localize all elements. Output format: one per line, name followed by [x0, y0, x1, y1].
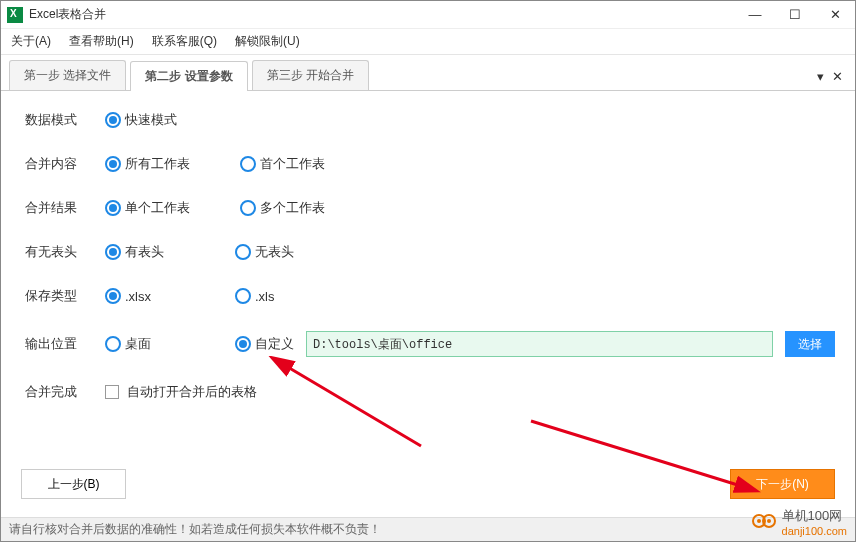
opt-xls[interactable]: .xls: [235, 288, 315, 304]
maximize-button[interactable]: ☐: [775, 1, 815, 29]
opt-all-sheets[interactable]: 所有工作表: [105, 155, 190, 173]
select-path-button[interactable]: 选择: [785, 331, 835, 357]
watermark-domain: danji100.com: [782, 525, 847, 537]
label-data-mode: 数据模式: [25, 111, 105, 129]
watermark-text: 单机100网: [782, 507, 847, 525]
tabbar-actions[interactable]: ▾ ✕: [817, 69, 845, 84]
tab-step3[interactable]: 第三步 开始合并: [252, 60, 369, 90]
next-button[interactable]: 下一步(N): [730, 469, 835, 499]
label-merge-result: 合并结果: [25, 199, 105, 217]
app-icon: [7, 7, 23, 23]
label-has-header: 有无表头: [25, 243, 105, 261]
opt-multi-sheet[interactable]: 多个工作表: [240, 199, 325, 217]
opt-xlsx[interactable]: .xlsx: [105, 288, 185, 304]
label-output-location: 输出位置: [25, 335, 105, 353]
opt-fast-mode[interactable]: 快速模式: [105, 111, 185, 129]
opt-has-header-yes[interactable]: 有表头: [105, 243, 185, 261]
radio-icon: [240, 156, 256, 172]
radio-icon: [235, 244, 251, 260]
row-output-location: 输出位置 桌面 自定义 选择: [25, 331, 835, 357]
radio-icon: [105, 288, 121, 304]
radio-icon: [235, 336, 251, 352]
tab-step1[interactable]: 第一步 选择文件: [9, 60, 126, 90]
opt-custom[interactable]: 自定义 选择: [235, 331, 835, 357]
row-after-merge: 合并完成 自动打开合并后的表格: [25, 383, 835, 401]
radio-icon: [235, 288, 251, 304]
tab-step2[interactable]: 第二步 设置参数: [130, 61, 247, 91]
radio-icon: [240, 200, 256, 216]
menu-contact[interactable]: 联系客服(Q): [152, 33, 217, 50]
menubar: 关于(A) 查看帮助(H) 联系客服(Q) 解锁限制(U): [1, 29, 855, 55]
status-text: 请自行核对合并后数据的准确性！如若造成任何损失本软件概不负责！: [9, 521, 381, 538]
close-button[interactable]: ✕: [815, 1, 855, 29]
label-save-type: 保存类型: [25, 287, 105, 305]
footer-buttons: 上一步(B) 下一步(N): [1, 469, 855, 499]
opt-single-sheet[interactable]: 单个工作表: [105, 199, 190, 217]
status-bar: 请自行核对合并后数据的准确性！如若造成任何损失本软件概不负责！: [1, 517, 855, 541]
radio-icon: [105, 112, 121, 128]
watermark-icon: [752, 512, 780, 532]
radio-icon: [105, 200, 121, 216]
minimize-button[interactable]: —: [735, 1, 775, 29]
titlebar: Excel表格合并 — ☐ ✕: [1, 1, 855, 29]
row-save-type: 保存类型 .xlsx .xls: [25, 287, 835, 305]
row-merge-result: 合并结果 单个工作表 多个工作表: [25, 199, 835, 217]
radio-icon: [105, 156, 121, 172]
label-merge-content: 合并内容: [25, 155, 105, 173]
label-after-merge: 合并完成: [25, 383, 105, 401]
opt-auto-open[interactable]: 自动打开合并后的表格: [105, 383, 257, 401]
output-path-input[interactable]: [306, 331, 773, 357]
window-title: Excel表格合并: [29, 6, 735, 23]
checkbox-icon: [105, 385, 119, 399]
opt-first-sheet[interactable]: 首个工作表: [240, 155, 325, 173]
tabbar: 第一步 选择文件 第二步 设置参数 第三步 开始合并 ▾ ✕: [1, 61, 855, 91]
menu-help[interactable]: 查看帮助(H): [69, 33, 134, 50]
radio-icon: [105, 244, 121, 260]
row-data-mode: 数据模式 快速模式: [25, 111, 835, 129]
settings-panel: 数据模式 快速模式 合并内容 所有工作表 首个工作表 合并结果 单个工作表 多个…: [1, 91, 855, 401]
opt-desktop[interactable]: 桌面: [105, 335, 185, 353]
menu-unlock[interactable]: 解锁限制(U): [235, 33, 300, 50]
opt-has-header-no[interactable]: 无表头: [235, 243, 315, 261]
radio-icon: [105, 336, 121, 352]
watermark: 单机100网 danji100.com: [752, 507, 847, 537]
menu-about[interactable]: 关于(A): [11, 33, 51, 50]
row-merge-content: 合并内容 所有工作表 首个工作表: [25, 155, 835, 173]
prev-button[interactable]: 上一步(B): [21, 469, 126, 499]
row-has-header: 有无表头 有表头 无表头: [25, 243, 835, 261]
window-controls: — ☐ ✕: [735, 1, 855, 29]
